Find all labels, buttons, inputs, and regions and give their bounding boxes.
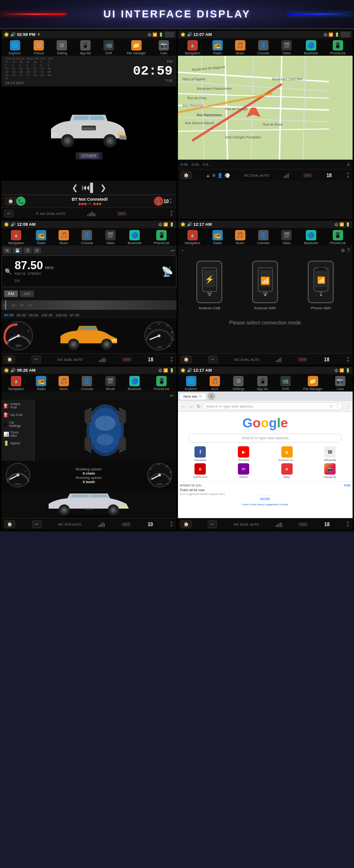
site-youtube[interactable]: ▶ YouTube bbox=[223, 446, 264, 461]
radio-back[interactable]: ↩ bbox=[171, 248, 175, 253]
call-btn[interactable]: 📞 bbox=[16, 196, 25, 206]
help-icon-4[interactable]: ? bbox=[347, 248, 350, 253]
nav5-music[interactable]: 🎵Music bbox=[59, 376, 69, 391]
info-his-fuel[interactable]: ⛽ His Fuel bbox=[2, 411, 33, 418]
nav3-music[interactable]: 🎵Music bbox=[59, 230, 69, 245]
back-arrow-4[interactable]: ← bbox=[181, 247, 186, 254]
nav4-video[interactable]: 🎬Video bbox=[281, 230, 292, 245]
nav2-phonelink[interactable]: 📱 PhoneLink bbox=[330, 40, 346, 55]
info-car-settings[interactable]: ⚙ CarSettings bbox=[2, 420, 33, 428]
nav6-dvr[interactable]: 📹DVR bbox=[280, 376, 291, 391]
nav6-applist[interactable]: 📱App list bbox=[257, 376, 268, 391]
nav3-nav[interactable]: ▲Navigation bbox=[8, 230, 24, 245]
iphone-wifi-option[interactable]: 📶 iPhone WiFi bbox=[308, 261, 334, 310]
off-btn-3[interactable]: OFF bbox=[122, 357, 132, 362]
forward-browser-btn[interactable]: → bbox=[188, 403, 194, 409]
nav3-video[interactable]: 🎬Video bbox=[105, 230, 116, 245]
nav3-bt[interactable]: 🔵Bluetooth bbox=[127, 230, 142, 245]
nav6-cam[interactable]: 📷Cam bbox=[335, 376, 346, 391]
back-browser-btn[interactable]: ← bbox=[180, 403, 186, 409]
new-tab-btn[interactable]: + bbox=[208, 392, 215, 400]
site-ebay[interactable]: e eBay bbox=[266, 463, 308, 478]
info-instant-fuel[interactable]: ⛽ InstantFuel bbox=[2, 401, 33, 410]
home-btn-1[interactable]: 🏠 bbox=[5, 197, 16, 205]
nav-explorer[interactable]: 🌐 Explorer bbox=[8, 40, 21, 55]
off-btn-1[interactable]: OFF bbox=[117, 212, 126, 216]
home-btn-4[interactable]: 🏠 bbox=[181, 356, 192, 363]
radio-tb-btn4[interactable]: ⊟ bbox=[33, 247, 41, 254]
nav5-radio[interactable]: 📻Radio bbox=[36, 376, 46, 391]
off-btn-4[interactable]: OFF bbox=[298, 357, 307, 362]
off-btn-6[interactable]: OFF bbox=[298, 522, 308, 527]
nav6-aux[interactable]: 🎵AUX bbox=[210, 376, 220, 391]
site-amazon[interactable]: a Amazon.co... bbox=[266, 446, 308, 461]
learn-more-link[interactable]: Learn more about suggested content bbox=[241, 502, 289, 507]
prev-btn[interactable]: ❮ bbox=[72, 183, 78, 192]
off-btn-2[interactable]: OFF bbox=[303, 173, 312, 178]
back-btn-4[interactable]: ↩ bbox=[208, 356, 218, 363]
fm-button[interactable]: FM bbox=[4, 290, 18, 297]
url-bar[interactable]: Search or type web address ☆ ⋮ bbox=[203, 402, 343, 410]
radio-tb-btn1[interactable]: ⊞ bbox=[3, 247, 11, 254]
nav-picture[interactable]: 🖼 Picture bbox=[34, 40, 44, 55]
nav5-movie[interactable]: 🎬Movie bbox=[105, 376, 116, 391]
nav4-bt[interactable]: 🔵Bluetooth bbox=[304, 230, 318, 245]
home-btn-3[interactable]: 🏠 bbox=[4, 356, 15, 363]
more-button[interactable]: MORE bbox=[259, 495, 271, 502]
google-search-box[interactable]: Search or type web address bbox=[188, 434, 342, 443]
android-usb-option[interactable]: ⚡ Android USB bbox=[196, 261, 222, 310]
info-tpms[interactable]: 📊 TpmsInfor bbox=[2, 430, 33, 438]
nav2-video[interactable]: 🎬 Video bbox=[281, 40, 292, 55]
nav2-bluetooth[interactable]: 🔵 Bluetooth bbox=[304, 40, 318, 55]
off-btn-5[interactable]: OFF bbox=[121, 522, 131, 527]
back-btn-1[interactable]: ↩ bbox=[4, 210, 14, 217]
am-button[interactable]: AM bbox=[20, 290, 34, 297]
nav2-music[interactable]: 🎵 Music bbox=[235, 40, 245, 55]
tab-close-btn[interactable]: ✕ bbox=[199, 394, 202, 399]
nav2-console[interactable]: 👤 Console bbox=[257, 40, 270, 55]
hangup-btn[interactable]: 📵 bbox=[154, 196, 163, 206]
nav2-navigation[interactable]: ▲ Navigation bbox=[185, 40, 200, 55]
home-btn-2[interactable]: 🏠 bbox=[181, 171, 192, 179]
home-btn-6[interactable]: 🏠 bbox=[181, 520, 192, 528]
browser-tab-newtab[interactable]: New tab ✕ bbox=[180, 393, 206, 400]
nav5-bt[interactable]: 🔵Bluetooth bbox=[127, 376, 142, 391]
android-wifi-option[interactable]: 📶 Android WiFi bbox=[252, 261, 278, 310]
nav3-radio[interactable]: 📻Radio bbox=[36, 230, 46, 245]
site-wikipedia[interactable]: W Wikipedia bbox=[309, 446, 351, 461]
nav5-phone[interactable]: 📱PhoneLink bbox=[154, 376, 169, 391]
back-btn-3[interactable]: ↩ bbox=[32, 356, 41, 363]
site-espn[interactable]: E ESPN.com bbox=[180, 463, 221, 478]
browser-menu-btn[interactable]: ⋮ bbox=[346, 404, 351, 409]
refresh-browser-btn[interactable]: ↻ bbox=[196, 403, 202, 409]
nav6-settings[interactable]: ⚙Settings bbox=[233, 376, 244, 391]
nav4-console[interactable]: 👤Console bbox=[257, 230, 270, 245]
other-button[interactable]: OTHER bbox=[79, 153, 99, 159]
site-yahoo[interactable]: Y! Yahoo! bbox=[223, 463, 264, 478]
nav5-console[interactable]: 👤Console bbox=[81, 376, 93, 391]
back-btn-6[interactable]: ↩ bbox=[208, 520, 217, 528]
back-5[interactable]: ↩ bbox=[170, 393, 174, 398]
info-hybrid[interactable]: 🔋 Hybrid bbox=[2, 440, 33, 447]
play-pause-btn[interactable]: ⏮▌ bbox=[82, 183, 96, 193]
nav4-nav[interactable]: ▲Navigation bbox=[185, 230, 200, 245]
next-btn[interactable]: ❯ bbox=[100, 183, 106, 192]
nav2-radio[interactable]: 📻 Radio bbox=[212, 40, 223, 55]
nav-cam[interactable]: 📷 Cam bbox=[159, 40, 169, 55]
bookmark-star[interactable]: ☆ bbox=[329, 404, 333, 408]
nav4-radio[interactable]: 📻Radio bbox=[212, 230, 223, 245]
home-btn-5[interactable]: 🏠 bbox=[4, 520, 15, 528]
nav5-nav[interactable]: ▲Navigation bbox=[8, 376, 24, 391]
nav3-phone[interactable]: 📱PhoneLink bbox=[154, 230, 169, 245]
nav6-explorer[interactable]: 🌐Explorer bbox=[185, 376, 197, 391]
settings-icon-4[interactable]: ⚙ bbox=[341, 248, 345, 253]
nav-applist[interactable]: 📱 App list bbox=[80, 40, 91, 55]
nav6-filemanager[interactable]: 📁File Manager bbox=[303, 376, 322, 391]
nav-setting[interactable]: ⚙ Setting bbox=[57, 40, 67, 55]
site-facebook[interactable]: f Facebook bbox=[180, 446, 221, 461]
back-btn-5[interactable]: ↩ bbox=[32, 520, 42, 528]
url-more-btn[interactable]: ⋮ bbox=[335, 404, 339, 408]
nav4-music[interactable]: 🎵Music bbox=[235, 230, 245, 245]
site-instagram[interactable]: 📷 Instagram bbox=[309, 463, 351, 478]
radio-tb-btn2[interactable]: 💾 bbox=[13, 247, 22, 254]
